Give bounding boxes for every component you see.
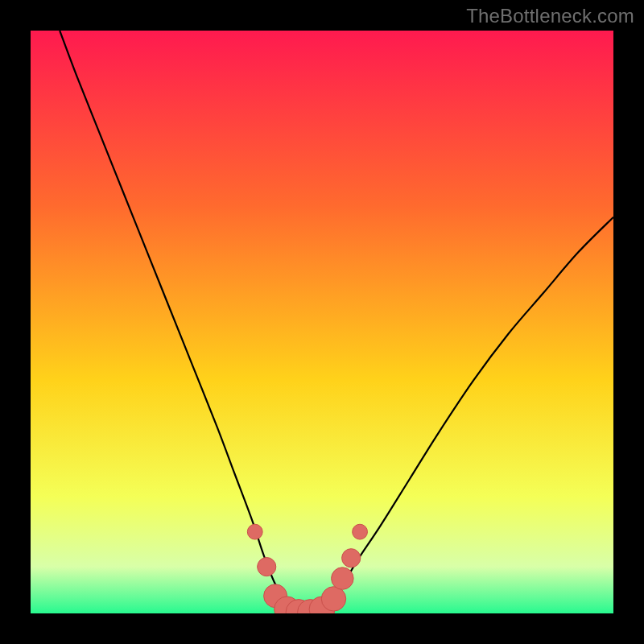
- chart-marker: [247, 524, 262, 539]
- watermark-text: TheBottleneck.com: [466, 5, 634, 27]
- chart-marker: [258, 558, 276, 576]
- chart-marker: [353, 524, 368, 539]
- chart-marker: [342, 549, 361, 568]
- chart-plot-area: [31, 31, 613, 613]
- chart-marker: [332, 568, 354, 590]
- chart-background: [31, 31, 613, 613]
- bottleneck-chart: [31, 31, 613, 613]
- chart-marker: [321, 587, 345, 611]
- chart-frame: TheBottleneck.com: [0, 0, 644, 644]
